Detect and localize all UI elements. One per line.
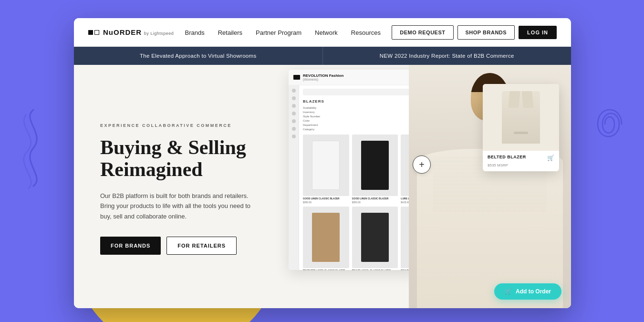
- add-product-button[interactable]: +: [413, 156, 431, 174]
- sidebar-item-1: [292, 89, 296, 93]
- hero-title: Buying & Selling Reimagined: [100, 136, 255, 180]
- for-brands-button[interactable]: FOR BRANDS: [100, 237, 161, 255]
- announcement-left[interactable]: The Elevated Approach to Virtual Showroo…: [74, 47, 322, 65]
- announcement-bar: The Elevated Approach to Virtual Showroo…: [74, 47, 571, 65]
- nav-item-network[interactable]: Network: [315, 28, 338, 37]
- announcement-right[interactable]: NEW 2022 Industry Report: State of B2B C…: [322, 47, 571, 65]
- product-card-info: BELTED BLAZER 🛒: [483, 151, 559, 163]
- product-name-5: TRAVEL WOOL CLASSIC BLAZER: [352, 269, 398, 270]
- hero-description: Our B2B platform is built for both brand…: [100, 191, 253, 221]
- catalog-brand-name: REVOLUTION Fashion: [303, 73, 343, 78]
- product-price-2: $350.00: [352, 201, 398, 204]
- product-name-2: GOOD LINEN CLASSIC BLAZER: [352, 197, 398, 200]
- product-price-1: $350.00: [303, 201, 349, 204]
- product-image-5[interactable]: [352, 207, 398, 268]
- product-card-image: [483, 84, 559, 151]
- blazer-lapel-left: [508, 91, 520, 108]
- squiggle-decoration-left: [12, 105, 55, 193]
- product-name-4: TEXTURED LINEN CLASSIC BLAZER: [303, 269, 349, 270]
- catalog-item-2: GOOD LINEN CLASSIC BLAZER $350.00: [352, 135, 398, 204]
- logo-square-white: [94, 30, 99, 35]
- hero-eyebrow: EXPERIENCE COLLABORATIVE COMMERCE: [100, 123, 255, 128]
- catalog-logo: [293, 75, 300, 80]
- logo-brand-name: NuORDER: [103, 28, 142, 36]
- sidebar-item-3: [292, 104, 296, 108]
- cart-icon-btn: 🛒: [505, 288, 512, 295]
- catalog-sidebar: [289, 85, 299, 270]
- catalog-item-1: GOOD LINEN CLASSIC BLAZER $350.00: [303, 135, 349, 204]
- blazer-belt: [514, 132, 528, 134]
- login-button[interactable]: LOG IN: [519, 26, 557, 39]
- hero-content-left: EXPERIENCE COLLABORATIVE COMMERCE Buying…: [74, 65, 274, 308]
- sidebar-item-7: [292, 135, 296, 138]
- shop-brands-button[interactable]: SHOP BRANDS: [457, 25, 515, 40]
- add-to-order-button[interactable]: 🛒 Add to Order: [494, 283, 561, 300]
- navbar: NuORDER by Lightspeed Brands Retailers P…: [74, 18, 571, 47]
- hero-visual-right: REVOLUTION Fashion (Womens) BLAZERS: [274, 65, 571, 308]
- blazer-shape: [502, 91, 540, 144]
- nav-item-brands[interactable]: Brands: [185, 28, 205, 37]
- sidebar-item-6: [292, 127, 296, 131]
- catalog-brand-info: REVOLUTION Fashion (Womens): [303, 73, 343, 81]
- product-card: BELTED BLAZER 🛒 $535 MSRP: [483, 84, 559, 171]
- sidebar-item-2: [292, 96, 296, 100]
- garment-2: [361, 141, 389, 190]
- nav-item-resources[interactable]: Resources: [351, 28, 381, 37]
- logo-icon: [88, 30, 99, 35]
- logo: NuORDER by Lightspeed: [88, 28, 174, 37]
- nav-item-retailers[interactable]: Retailers: [218, 28, 242, 37]
- for-retailers-button[interactable]: FOR RETAILERS: [166, 237, 237, 255]
- browser-window: NuORDER by Lightspeed Brands Retailers P…: [74, 18, 571, 308]
- nav-links: Brands Retailers Partner Program Network…: [185, 28, 381, 37]
- logo-square-dark: [88, 30, 93, 35]
- nav-link-resources[interactable]: Resources: [351, 29, 381, 36]
- cart-icon[interactable]: 🛒: [547, 155, 554, 161]
- spiral-decoration-right: [576, 95, 634, 155]
- catalog-item-5: TRAVEL WOOL CLASSIC BLAZER $420.00: [352, 207, 398, 270]
- add-to-order-label: Add to Order: [516, 288, 551, 295]
- product-card-price: $535 MSRP: [483, 163, 559, 167]
- garment-4: [312, 213, 340, 262]
- logo-sub-text: by Lightspeed: [144, 31, 174, 36]
- nav-link-retailers[interactable]: Retailers: [218, 29, 242, 36]
- nav-link-partner[interactable]: Partner Program: [256, 29, 301, 36]
- nav-buttons: DEMO REQUEST SHOP BRANDS LOG IN: [392, 25, 557, 40]
- demo-request-button[interactable]: DEMO REQUEST: [392, 25, 453, 40]
- product-name-1: GOOD LINEN CLASSIC BLAZER: [303, 197, 349, 200]
- product-card-name: BELTED BLAZER: [488, 155, 526, 159]
- nav-link-network[interactable]: Network: [315, 29, 338, 36]
- nav-item-partner[interactable]: Partner Program: [256, 28, 301, 37]
- hero-section: EXPERIENCE COLLABORATIVE COMMERCE Buying…: [74, 65, 571, 308]
- product-image-1[interactable]: [303, 135, 349, 196]
- sidebar-item-4: [292, 112, 296, 115]
- catalog-brand-category: (Womens): [303, 78, 343, 81]
- logo-text-area: NuORDER by Lightspeed: [103, 28, 174, 37]
- blazer-lapel-right: [521, 91, 533, 108]
- hero-buttons: FOR BRANDS FOR RETAILERS: [100, 237, 255, 255]
- garment-5: [361, 213, 389, 262]
- catalog-item-4: TEXTURED LINEN CLASSIC BLAZER $380.00: [303, 207, 349, 270]
- garment-1: [312, 141, 340, 190]
- product-image-2[interactable]: [352, 135, 398, 196]
- announcement-left-text: The Elevated Approach to Virtual Showroo…: [140, 53, 256, 59]
- nav-link-brands[interactable]: Brands: [185, 29, 205, 36]
- announcement-right-text: NEW 2022 Industry Report: State of B2B C…: [380, 53, 514, 59]
- product-image-4[interactable]: [303, 207, 349, 268]
- sidebar-item-5: [292, 119, 296, 123]
